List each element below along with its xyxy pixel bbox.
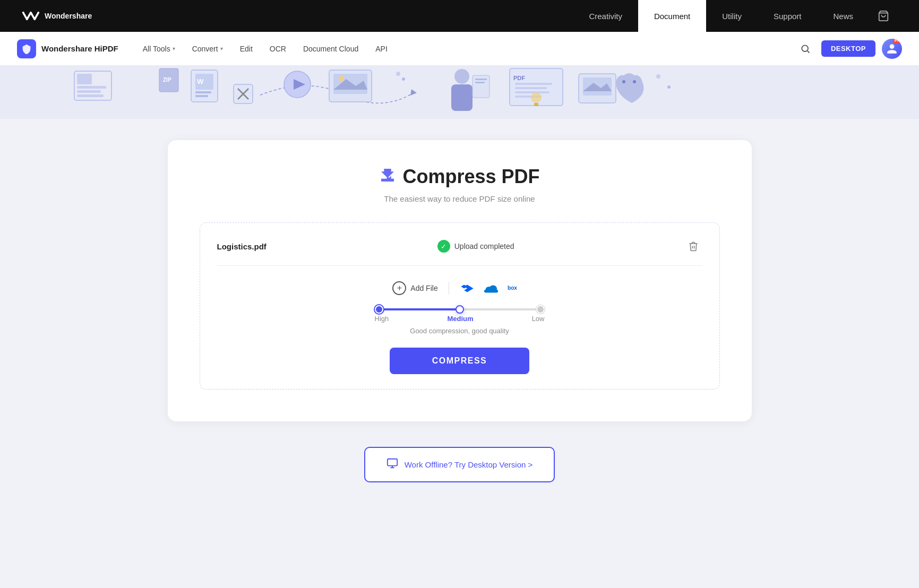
delete-file-button[interactable]: [685, 238, 702, 255]
page-card: Compress PDF The easiest way to reduce P…: [168, 140, 752, 421]
hipdf-logo[interactable]: Wondershare HiPDF: [17, 39, 118, 58]
compression-slider: High Medium Low Good compression, good q…: [370, 308, 550, 335]
search-icon[interactable]: [796, 39, 815, 58]
svg-rect-32: [515, 83, 552, 85]
upload-status: ✓ Upload completed: [437, 240, 514, 253]
nav-support[interactable]: Support: [758, 0, 818, 32]
label-medium: Medium: [447, 315, 473, 323]
upload-status-text: Upload completed: [454, 242, 514, 250]
svg-rect-37: [534, 103, 538, 106]
cart-icon[interactable]: [869, 10, 898, 22]
page-header: Compress PDF The easiest way to reduce P…: [200, 166, 720, 203]
chevron-down-icon: ▾: [173, 46, 175, 51]
compression-description: Good compression, good quality: [410, 327, 509, 335]
monitor-icon: [387, 457, 398, 472]
sec-nav-document-cloud[interactable]: Document Cloud: [296, 41, 366, 56]
upload-controls: + Add File: [217, 281, 702, 374]
svg-text:box: box: [508, 285, 517, 291]
sec-nav-all-tools[interactable]: All Tools ▾: [135, 41, 183, 56]
svg-point-45: [656, 74, 660, 79]
sec-nav-convert[interactable]: Convert ▾: [185, 41, 230, 56]
svg-rect-14: [195, 95, 208, 97]
upload-top-row: Logistics.pdf ✓ Upload completed: [217, 238, 702, 266]
chevron-down-icon: ▾: [220, 46, 223, 51]
svg-point-36: [531, 92, 542, 103]
hero-banner: ZIP W PDF: [0, 66, 919, 119]
svg-rect-29: [475, 82, 485, 83]
svg-point-43: [396, 72, 400, 76]
compress-button[interactable]: COMPRESS: [390, 348, 530, 374]
wondershare-logo[interactable]: wondershare: [21, 8, 92, 23]
label-low: Low: [532, 315, 545, 323]
svg-rect-7: [77, 94, 104, 97]
sec-nav-items: All Tools ▾ Convert ▾ Edit OCR Document …: [135, 41, 796, 56]
top-navigation: wondershare Creativity Document Utility …: [0, 0, 919, 32]
svg-point-25: [454, 69, 469, 84]
svg-text:ZIP: ZIP: [163, 77, 171, 83]
svg-point-1: [802, 45, 808, 51]
hipdf-brand-name: Wondershare HiPDF: [41, 44, 118, 53]
box-icon[interactable]: box: [508, 283, 527, 293]
label-high: High: [375, 315, 389, 323]
svg-rect-33: [515, 87, 547, 89]
svg-rect-4: [77, 74, 92, 84]
page-title-row: Compress PDF: [200, 166, 720, 188]
top-nav-links: Creativity Document Utility Support News: [573, 0, 869, 32]
nav-utility[interactable]: Utility: [706, 0, 758, 32]
sec-nav-api[interactable]: API: [368, 41, 395, 56]
compress-pdf-icon: [379, 167, 396, 187]
upload-area: Logistics.pdf ✓ Upload completed: [200, 222, 720, 390]
upload-check-icon: ✓: [437, 240, 450, 253]
compression-medium-dot[interactable]: [456, 305, 464, 314]
nav-document[interactable]: Document: [638, 0, 706, 32]
svg-point-24: [339, 76, 344, 81]
svg-point-44: [402, 77, 405, 81]
svg-point-46: [667, 85, 671, 89]
add-file-plus-icon: +: [392, 281, 406, 295]
hipdf-logo-icon: [17, 39, 36, 58]
nav-news[interactable]: News: [817, 0, 869, 32]
svg-rect-34: [515, 91, 549, 93]
svg-text:W: W: [197, 77, 204, 85]
svg-rect-5: [77, 86, 106, 89]
sec-nav-right: DESKTOP Pro: [796, 39, 902, 59]
svg-rect-48: [388, 459, 397, 466]
sec-nav-edit[interactable]: Edit: [233, 41, 260, 56]
svg-text:PDF: PDF: [513, 75, 525, 81]
desktop-button[interactable]: DESKTOP: [821, 40, 875, 57]
svg-point-42: [633, 80, 636, 83]
compression-track[interactable]: [375, 308, 545, 310]
page-subtitle: The easiest way to reduce PDF size onlin…: [200, 194, 720, 203]
svg-rect-28: [475, 79, 487, 80]
svg-rect-26: [451, 84, 473, 111]
svg-rect-13: [195, 91, 211, 93]
secondary-navigation: Wondershare HiPDF All Tools ▾ Convert ▾ …: [0, 32, 919, 66]
main-content: Compress PDF The easiest way to reduce P…: [0, 119, 919, 543]
divider: [449, 282, 449, 295]
file-name: Logistics.pdf: [217, 242, 267, 251]
sec-nav-ocr[interactable]: OCR: [262, 41, 294, 56]
page-title: Compress PDF: [402, 166, 539, 188]
compression-high-dot[interactable]: [375, 305, 383, 314]
nav-creativity[interactable]: Creativity: [573, 0, 638, 32]
onedrive-icon[interactable]: [483, 281, 499, 296]
user-avatar[interactable]: Pro: [882, 39, 902, 59]
svg-point-41: [622, 80, 625, 83]
add-file-row: + Add File: [392, 281, 526, 296]
compression-low-dot[interactable]: [536, 305, 545, 314]
add-file-button[interactable]: + Add File: [392, 281, 437, 295]
pro-badge: Pro: [893, 39, 902, 44]
offline-banner-text: Work Offline? Try Desktop Version >: [405, 460, 533, 469]
svg-rect-6: [77, 90, 101, 93]
slider-labels: High Medium Low: [375, 315, 545, 323]
cloud-icons: box: [460, 281, 527, 296]
slider-fill-left: [375, 308, 460, 310]
offline-banner[interactable]: Work Offline? Try Desktop Version >: [364, 447, 555, 482]
dropbox-icon[interactable]: [460, 281, 475, 296]
logo-text: wondershare: [45, 12, 92, 20]
